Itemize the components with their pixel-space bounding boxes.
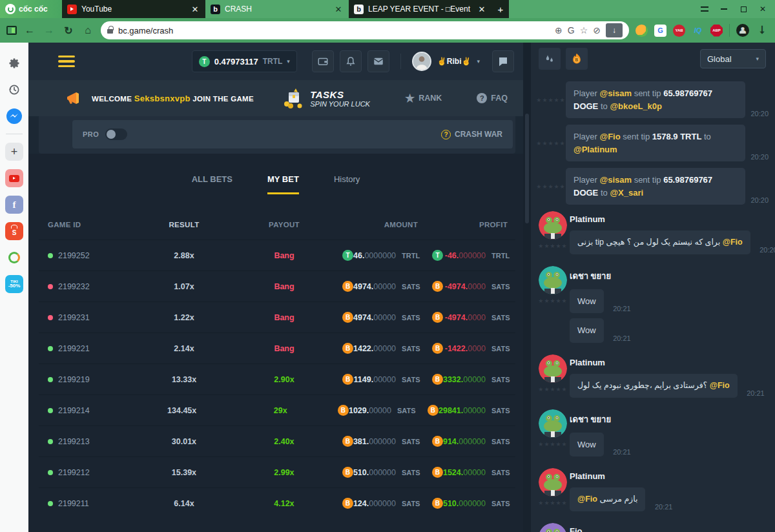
chat-username[interactable]: Platinum xyxy=(570,214,769,224)
mail-button[interactable] xyxy=(367,50,389,72)
table-row[interactable]: 219921215.39x2.99x510.000000SATS1524.000… xyxy=(39,456,515,487)
mention[interactable]: @Platinum xyxy=(574,145,617,154)
messenger-icon[interactable] xyxy=(5,107,23,125)
chat-username[interactable]: เดชา ขยาย xyxy=(570,413,769,426)
table-row[interactable]: 21992522.88xBang46.0000000TRTL-46.000000… xyxy=(39,240,515,271)
tab-leap-year-event[interactable]: b LEAP YEAR EVENT - □Event - C ✕ xyxy=(349,0,492,18)
tab-my-bet[interactable]: MY BET xyxy=(267,174,299,194)
table-row[interactable]: 21992311.22xBang4974.00000SATS-4974.0000… xyxy=(39,302,515,332)
extension-translate-icon[interactable]: G xyxy=(654,25,666,37)
zoom-icon[interactable]: ⊕ xyxy=(555,25,563,36)
table-row[interactable]: 21992212.14xBang1422.00000SATS-1422.0000… xyxy=(39,332,515,363)
pro-toggle[interactable] xyxy=(105,128,127,140)
tab-close-icon[interactable]: ✕ xyxy=(477,5,487,14)
user-avatar[interactable] xyxy=(412,52,431,71)
reload-button[interactable]: ↻ xyxy=(62,25,75,37)
address-bar[interactable]: bc.game/crash ⊕ G ☆ ⊘ ↓ xyxy=(101,21,629,39)
table-row[interactable]: 219921913.33x2.90x1149.00000SATS3332.000… xyxy=(39,363,515,394)
tiki-shortcut-icon[interactable]: TIKI -50% xyxy=(5,275,23,293)
menu-hamburger-icon[interactable] xyxy=(58,56,75,68)
new-tab-button[interactable]: + xyxy=(492,0,509,18)
crash-war-link[interactable]: ? CRASH WAR xyxy=(441,130,502,139)
message-body: Platinum؟فرستادی برایم ،چطوری نبودم یک ل… xyxy=(570,354,769,403)
table-row[interactable]: 219921330.01x2.40x381.000000SATS914.0000… xyxy=(39,425,515,456)
facebook-shortcut-icon[interactable]: f xyxy=(5,196,23,214)
mention[interactable]: @sisam xyxy=(599,88,632,98)
chat-username[interactable]: Platinum xyxy=(570,358,769,367)
avatar[interactable] xyxy=(539,354,567,383)
chevron-down-icon[interactable]: ▾ xyxy=(477,58,480,65)
coccoc-shortcut-icon[interactable] xyxy=(5,249,23,267)
timestamp: 20:20 xyxy=(745,196,769,205)
mention[interactable]: @Fio xyxy=(723,238,743,247)
sidebar-toggle-icon[interactable] xyxy=(6,26,17,35)
coindrop-fire-button[interactable]: B xyxy=(566,48,588,70)
back-button[interactable]: ← xyxy=(23,25,36,36)
mention[interactable]: @sisam xyxy=(599,175,632,185)
extension-coccoc-icon[interactable] xyxy=(636,25,648,37)
add-shortcut-button[interactable]: + xyxy=(5,143,23,161)
chat-message-group: ★★★★★Fio xyxy=(536,523,769,532)
tab-close-icon[interactable]: ✕ xyxy=(333,5,344,14)
table-row[interactable]: 21992116.14x4.12x124.000000SATS510.00000… xyxy=(39,487,515,518)
notifications-bell-button[interactable] xyxy=(340,50,362,72)
chat-username[interactable]: เดชา ขยาย xyxy=(570,269,769,283)
payout-value: Bang xyxy=(274,251,294,260)
rain-icon-button[interactable] xyxy=(539,48,561,70)
amount-cell: 124.000000SATS xyxy=(336,498,426,509)
sats-coin-icon xyxy=(432,343,443,354)
wallet-button[interactable] xyxy=(312,50,334,72)
url-text[interactable]: bc.game/crash xyxy=(118,26,550,36)
profile-icon[interactable]: 👤︎ xyxy=(736,24,749,37)
extension-yab-icon[interactable]: YAB xyxy=(673,25,685,37)
table-row[interactable]: 2199214134.45x29x1029.00000SATS29841.000… xyxy=(39,394,515,425)
mention[interactable]: @bkoeL_k0p xyxy=(610,101,662,111)
amount-value: 510.000000 xyxy=(353,468,396,477)
avatar[interactable] xyxy=(539,468,567,496)
minimize-button[interactable] xyxy=(716,2,732,16)
profit-unit: TRTL xyxy=(486,252,515,260)
history-icon[interactable] xyxy=(5,81,23,99)
youtube-shortcut-icon[interactable] xyxy=(5,169,23,187)
browser-status-icon[interactable] xyxy=(696,2,713,16)
extension-abp-icon[interactable]: ABP xyxy=(710,25,723,37)
page-scrollbar[interactable] xyxy=(523,43,531,532)
download-bar-button[interactable]: ↓ xyxy=(606,23,623,37)
shopee-shortcut-icon[interactable]: S xyxy=(5,222,23,240)
chat-channel-select[interactable]: Global ▾ xyxy=(700,49,766,68)
avatar[interactable] xyxy=(539,523,567,532)
extension-iq-icon[interactable]: IQ xyxy=(692,25,704,37)
tab-all-bets[interactable]: ALL BETS xyxy=(192,174,232,194)
mention[interactable]: @Fio xyxy=(577,495,597,504)
bookmark-star-icon[interactable]: ☆ xyxy=(580,25,588,36)
avatar[interactable] xyxy=(539,409,567,438)
avatar[interactable] xyxy=(539,211,567,240)
translate-icon[interactable]: G xyxy=(568,25,575,36)
table-row[interactable]: 21992321.07xBang4974.00000SATS-4974.0000… xyxy=(39,271,515,302)
timestamp: 20:20 xyxy=(754,246,775,254)
chat-username[interactable]: Fio xyxy=(570,526,769,532)
forward-button[interactable]: → xyxy=(43,25,56,36)
faq-link[interactable]: ? FAQ xyxy=(477,93,508,103)
settings-gear-icon[interactable] xyxy=(5,54,23,72)
chat-username[interactable]: Platinum xyxy=(570,471,769,481)
mention[interactable]: @X_sari xyxy=(610,188,643,198)
tab-crash-active[interactable]: b CRASH ✕ xyxy=(205,0,349,18)
balance-dropdown[interactable]: 0.47973117 TRTL ▾ xyxy=(192,50,297,72)
mention[interactable]: @Fio xyxy=(710,381,730,390)
tab-close-icon[interactable]: ✕ xyxy=(190,5,200,14)
restore-button[interactable] xyxy=(735,2,752,16)
close-button[interactable]: ✕ xyxy=(754,2,771,16)
shield-icon[interactable]: ⊘ xyxy=(593,25,601,36)
downloads-icon[interactable]: ⭣ xyxy=(756,25,769,36)
rank-link[interactable]: ★ RANK xyxy=(405,92,442,105)
username[interactable]: ✌Ribi✌ xyxy=(437,57,471,66)
tab-history[interactable]: History xyxy=(334,174,360,194)
tab-youtube[interactable]: YouTube ✕ xyxy=(62,0,205,18)
home-button[interactable]: ⌂ xyxy=(81,25,94,36)
message-text: Wow xyxy=(577,296,596,306)
avatar[interactable] xyxy=(539,266,567,294)
tasks-link[interactable]: TASKS SPIN YOUR LUCK xyxy=(280,87,370,109)
chat-toggle-button[interactable] xyxy=(492,50,514,72)
mention[interactable]: @Fio xyxy=(599,132,620,141)
